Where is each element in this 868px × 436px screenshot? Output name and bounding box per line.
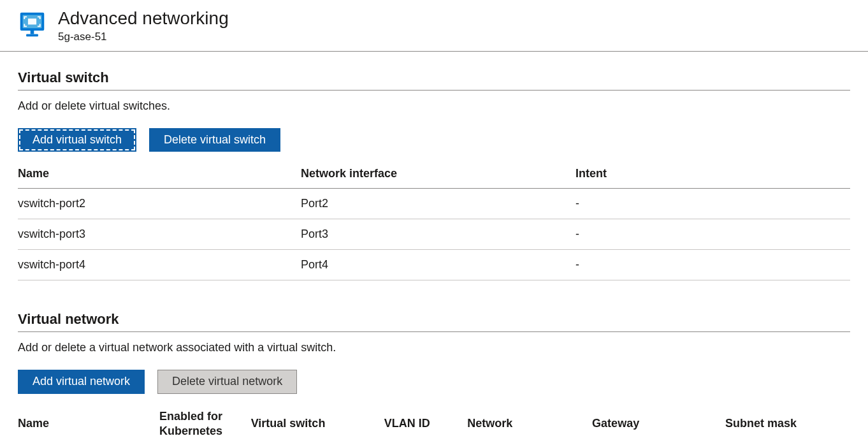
table-row[interactable]: vswitch-port2 Port2 - — [18, 189, 850, 219]
virtual-switch-section: Virtual switch Add or delete virtual swi… — [18, 69, 850, 281]
col-name[interactable]: Name — [18, 159, 301, 189]
networking-icon — [18, 10, 47, 39]
virtual-network-title: Virtual network — [18, 311, 850, 332]
cell-name: vswitch-port2 — [18, 189, 301, 219]
col-virtual-switch[interactable]: Virtual switch — [251, 402, 384, 436]
cell-intent: - — [575, 189, 850, 219]
col-enabled-k8s[interactable]: Enabled for Kubernetes — [159, 402, 251, 436]
add-virtual-network-button[interactable]: Add virtual network — [18, 370, 145, 394]
virtual-switch-table: Name Network interface Intent vswitch-po… — [18, 159, 850, 280]
col-network[interactable]: Network — [467, 402, 592, 436]
virtual-network-section: Virtual network Add or delete a virtual … — [18, 311, 850, 436]
table-header-row: Name Enabled for Kubernetes Virtual swit… — [18, 402, 850, 436]
svg-rect-4 — [26, 34, 38, 37]
table-row[interactable]: vswitch-port4 Port4 - — [18, 250, 850, 280]
table-header-row: Name Network interface Intent — [18, 159, 850, 189]
add-virtual-switch-button[interactable]: Add virtual switch — [18, 128, 136, 152]
cell-intent: - — [575, 219, 850, 250]
cell-network-interface: Port2 — [301, 189, 575, 219]
col-gateway[interactable]: Gateway — [592, 402, 725, 436]
cell-name: vswitch-port3 — [18, 219, 301, 250]
virtual-switch-title: Virtual switch — [18, 69, 850, 91]
page-title: Advanced networking — [58, 8, 229, 29]
virtual-switch-buttons: Add virtual switch Delete virtual switch — [18, 128, 850, 152]
svg-rect-2 — [28, 18, 36, 24]
cell-network-interface: Port3 — [301, 219, 575, 250]
page-header: Advanced networking 5g-ase-51 — [0, 0, 868, 52]
virtual-network-description: Add or delete a virtual network associat… — [18, 341, 850, 354]
cell-intent: - — [575, 250, 850, 280]
col-intent[interactable]: Intent — [575, 159, 850, 189]
page-subtitle: 5g-ase-51 — [58, 31, 229, 43]
col-name[interactable]: Name — [18, 402, 159, 436]
virtual-switch-description: Add or delete virtual switches. — [18, 99, 850, 113]
cell-network-interface: Port4 — [301, 250, 575, 280]
delete-virtual-switch-button[interactable]: Delete virtual switch — [149, 128, 280, 152]
col-network-interface[interactable]: Network interface — [301, 159, 575, 189]
virtual-network-buttons: Add virtual network Delete virtual netwo… — [18, 370, 850, 394]
table-row[interactable]: vswitch-port3 Port3 - — [18, 219, 850, 250]
col-vlan-id[interactable]: VLAN ID — [384, 402, 468, 436]
header-text: Advanced networking 5g-ase-51 — [58, 8, 229, 43]
delete-virtual-network-button: Delete virtual network — [157, 370, 297, 394]
cell-name: vswitch-port4 — [18, 250, 301, 280]
col-subnet-mask[interactable]: Subnet mask — [725, 402, 850, 436]
svg-rect-3 — [31, 31, 34, 34]
virtual-network-table: Name Enabled for Kubernetes Virtual swit… — [18, 402, 850, 436]
